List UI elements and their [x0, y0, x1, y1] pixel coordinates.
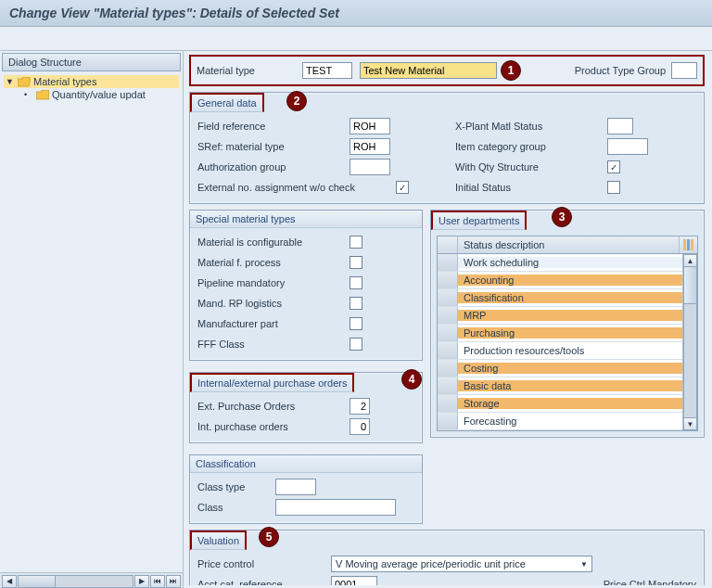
row-selector[interactable] — [438, 254, 458, 271]
class-type-label: Class type — [197, 481, 272, 492]
class-input[interactable] — [275, 499, 396, 516]
row-label: Forecasting — [458, 415, 682, 427]
field-reference-input[interactable] — [350, 118, 390, 134]
content-area: Material type 1 Product Type Group Gener… — [184, 51, 712, 588]
product-type-group-input[interactable] — [671, 62, 697, 79]
acct-ref-input[interactable] — [331, 576, 377, 585]
int-po-input[interactable] — [350, 418, 370, 435]
special-material-types-group: Special material types Material is confi… — [189, 210, 423, 361]
table-row[interactable]: Storage — [438, 395, 697, 413]
special-label: FFF Class — [197, 339, 346, 350]
tree-horizontal-scrollbar[interactable]: ◀ ▶ ⏮ ⏭ — [0, 572, 183, 588]
row-label: Accounting — [458, 275, 682, 286]
auth-group-input[interactable] — [350, 159, 390, 175]
special-checkbox[interactable] — [350, 236, 362, 249]
purchase-orders-group: Internal/external purchase orders 4 Ext.… — [189, 372, 423, 443]
table-row[interactable]: Forecasting — [438, 413, 697, 430]
auth-group-label: Authorization group — [197, 161, 346, 173]
row-label: Classification — [458, 292, 682, 303]
ext-po-input[interactable] — [350, 398, 370, 415]
table-row[interactable]: Accounting — [438, 272, 697, 289]
price-control-label: Price control — [197, 558, 327, 569]
valuation-group: Valuation 5 Price control V Moving avera… — [189, 530, 705, 585]
row-selector[interactable] — [438, 395, 458, 412]
svg-rect-0 — [683, 239, 686, 250]
itemcat-label: Item category group — [455, 141, 604, 152]
qty-checkbox[interactable]: ✓ — [607, 160, 620, 173]
valuation-title: Valuation — [190, 530, 247, 550]
sref-label: SRef: material type — [197, 141, 346, 152]
tree-item-material-types[interactable]: ▼ Material types — [4, 75, 179, 88]
class-type-input[interactable] — [275, 479, 316, 495]
special-checkbox[interactable] — [350, 338, 362, 351]
select-all-handle[interactable] — [438, 236, 458, 253]
acct-ref-label: Acct cat. reference — [197, 579, 327, 585]
page-title: Change View "Material types": Details of… — [0, 0, 712, 27]
row-selector[interactable] — [438, 377, 458, 394]
scroll-right-button[interactable]: ▶ — [134, 575, 149, 588]
scroll-down-button[interactable]: ▼ — [683, 417, 697, 430]
row-selector[interactable] — [438, 413, 458, 429]
scroll-first-button[interactable]: ⏮ — [150, 575, 165, 588]
vertical-scrollbar[interactable]: ▲ ▼ — [682, 254, 697, 430]
special-label: Pipeline mandatory — [197, 277, 346, 288]
row-selector[interactable] — [438, 307, 458, 324]
price-control-select[interactable]: V Moving average price/periodic unit pri… — [331, 556, 592, 572]
row-selector[interactable] — [438, 289, 458, 306]
ext-no-checkbox[interactable]: ✓ — [396, 181, 409, 194]
row-label: Production resources/tools — [458, 345, 682, 356]
scroll-up-button[interactable]: ▲ — [683, 254, 697, 267]
purchase-title: Internal/external purchase orders — [190, 373, 354, 392]
table-row[interactable]: Basic data — [438, 377, 697, 395]
configure-columns-icon[interactable] — [679, 236, 697, 253]
general-data-title: General data — [190, 93, 264, 112]
table-row[interactable]: MRP — [438, 307, 697, 325]
material-type-code-input[interactable] — [302, 62, 352, 79]
special-checkbox[interactable] — [350, 317, 362, 330]
callout-1: 1 — [501, 60, 521, 81]
table-row[interactable]: Production resources/tools — [438, 342, 697, 360]
row-selector[interactable] — [438, 342, 458, 359]
row-selector[interactable] — [438, 325, 458, 341]
row-label: Purchasing — [458, 327, 682, 339]
material-type-header: Material type 1 Product Type Group — [189, 55, 705, 86]
toolbar-area — [0, 27, 712, 51]
row-selector[interactable] — [438, 272, 458, 288]
classification-group: Classification Class type Class — [189, 454, 423, 524]
tree-toggle-icon[interactable]: ▼ — [6, 77, 15, 86]
init-label: Initial Status — [455, 182, 604, 193]
sref-input[interactable] — [350, 138, 390, 155]
special-title: Special material types — [190, 211, 422, 228]
row-selector[interactable] — [438, 360, 458, 377]
scroll-left-button[interactable]: ◀ — [2, 575, 17, 588]
ext-po-label: Ext. Purchase Orders — [197, 401, 346, 412]
table-row[interactable]: Classification — [438, 289, 697, 307]
special-checkbox[interactable] — [350, 256, 362, 269]
scroll-thumb[interactable] — [684, 267, 696, 304]
row-label: Costing — [458, 363, 682, 374]
tree-item-quantity-value[interactable]: • Quantity/value updat — [4, 88, 179, 101]
svg-rect-2 — [691, 239, 693, 250]
table-row[interactable]: Work scheduling — [438, 254, 697, 272]
price-ctrl-mand-label: Price Ctrl Mandatory — [604, 579, 696, 585]
scroll-thumb[interactable] — [19, 576, 56, 587]
special-label: Manufacturer part — [197, 318, 346, 329]
dialog-structure-panel: Dialog Structure ▼ Material types • Quan… — [0, 51, 184, 588]
material-type-desc-input[interactable] — [360, 62, 497, 79]
svg-rect-1 — [687, 239, 690, 250]
scroll-track[interactable] — [18, 575, 134, 588]
class-label: Class — [197, 502, 272, 513]
table-row[interactable]: Costing — [438, 360, 697, 377]
init-checkbox[interactable] — [607, 181, 620, 194]
special-checkbox[interactable] — [350, 276, 362, 289]
user-dept-title: User departments — [431, 211, 527, 230]
itemcat-input[interactable] — [607, 138, 648, 155]
special-label: Material is configurable — [197, 236, 346, 248]
xplant-input[interactable] — [607, 118, 633, 134]
special-checkbox[interactable] — [350, 297, 362, 310]
special-label: Material f. process — [197, 257, 346, 268]
table-row[interactable]: Purchasing — [438, 325, 697, 342]
scroll-track[interactable] — [683, 267, 697, 417]
product-type-group-label: Product Type Group — [575, 65, 666, 76]
scroll-last-button[interactable]: ⏭ — [166, 575, 181, 588]
